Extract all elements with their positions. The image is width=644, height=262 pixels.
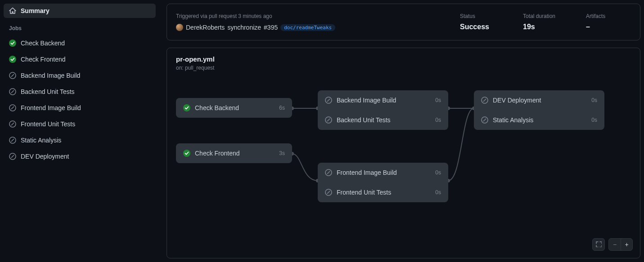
sidebar-job-item[interactable]: Frontend Unit Tests xyxy=(4,116,156,132)
graph-job-row[interactable]: Check Backend 6s xyxy=(176,98,292,118)
graph-job-time: 6s xyxy=(279,105,285,111)
trigger-text: Triggered via pull request 3 minutes ago xyxy=(176,13,442,19)
skipped-icon xyxy=(325,97,332,104)
pr-number[interactable]: #395 xyxy=(264,24,278,31)
sidebar-job-item[interactable]: Frontend Image Build xyxy=(4,100,156,116)
sidebar-job-label: Backend Image Build xyxy=(21,72,80,79)
graph-job-time: 0s xyxy=(435,169,441,176)
duration-value[interactable]: 19s xyxy=(523,23,568,31)
graph-job-label: Static Analysis xyxy=(493,116,587,124)
sidebar-job-item[interactable]: Static Analysis xyxy=(4,132,156,148)
skipped-icon xyxy=(325,169,332,176)
skipped-icon xyxy=(481,97,488,104)
success-icon xyxy=(183,104,190,111)
workflow-subtitle: on: pull_request xyxy=(176,65,631,71)
sidebar-job-item[interactable]: DEV Deployment xyxy=(4,148,156,164)
graph-job-label: Frontend Unit Tests xyxy=(337,189,431,196)
skipped-icon xyxy=(9,104,16,111)
graph-job-row[interactable]: Check Frontend 3s xyxy=(176,143,292,163)
trigger-user[interactable]: DerekRoberts xyxy=(186,24,225,31)
sidebar-job-label: Backend Unit Tests xyxy=(21,88,75,95)
plus-icon: + xyxy=(625,241,628,248)
graph-node[interactable]: Backend Image Build 0s Backend Unit Test… xyxy=(318,90,448,130)
skipped-icon xyxy=(325,116,332,124)
sidebar-job-label: Check Frontend xyxy=(21,56,66,63)
artifacts-value: – xyxy=(586,23,631,31)
zoom-out-button[interactable]: − xyxy=(609,239,621,250)
graph-node[interactable]: Frontend Image Build 0s Frontend Unit Te… xyxy=(318,163,448,202)
fullscreen-button[interactable] xyxy=(592,238,605,251)
skipped-icon xyxy=(9,88,16,95)
workflow-graph[interactable]: Check Backend 6s Check Frontend 3s B xyxy=(167,73,640,258)
sidebar-job-item[interactable]: Backend Image Build xyxy=(4,67,156,84)
zoom-in-button[interactable]: + xyxy=(621,239,632,250)
workflow-graph-card: pr-open.yml on: pull_request xyxy=(167,48,640,258)
graph-job-label: DEV Deployment xyxy=(493,97,587,104)
run-header-card: Triggered via pull request 3 minutes ago… xyxy=(167,4,640,40)
artifacts-label: Artifacts xyxy=(586,13,631,19)
fullscreen-icon xyxy=(595,241,602,249)
home-icon xyxy=(9,7,16,14)
minus-icon: − xyxy=(613,241,617,248)
graph-job-time: 0s xyxy=(435,97,441,103)
skipped-icon xyxy=(9,72,16,79)
success-icon xyxy=(183,150,190,157)
success-icon xyxy=(9,56,16,63)
graph-node[interactable]: Check Frontend 3s xyxy=(176,143,292,163)
graph-job-label: Check Backend xyxy=(195,104,275,111)
zoom-controls: − + xyxy=(592,238,633,251)
skipped-icon xyxy=(9,120,16,128)
sidebar-job-item[interactable]: Check Frontend xyxy=(4,51,156,67)
sidebar-jobs-heading: Jobs xyxy=(4,18,156,35)
graph-job-row[interactable]: Backend Unit Tests 0s xyxy=(318,110,448,130)
duration-label: Total duration xyxy=(523,13,568,19)
main: Triggered via pull request 3 minutes ago… xyxy=(159,0,644,262)
sidebar-job-item[interactable]: Backend Unit Tests xyxy=(4,84,156,100)
status-label: Status xyxy=(460,13,505,19)
graph-job-row[interactable]: Frontend Image Build 0s xyxy=(318,163,448,182)
graph-job-label: Frontend Image Build xyxy=(337,169,431,176)
graph-job-label: Check Frontend xyxy=(195,150,275,157)
status-value: Success xyxy=(460,23,505,31)
graph-job-time: 0s xyxy=(591,97,597,103)
sidebar-job-item[interactable]: Check Backend xyxy=(4,35,156,51)
success-icon xyxy=(9,40,16,47)
graph-job-time: 0s xyxy=(591,117,597,123)
sidebar-summary-label: Summary xyxy=(21,7,50,14)
sidebar-job-label: Check Backend xyxy=(21,40,65,47)
skipped-icon xyxy=(325,189,332,196)
graph-node[interactable]: DEV Deployment 0s Static Analysis 0s xyxy=(474,90,604,130)
sidebar-summary[interactable]: Summary xyxy=(4,4,156,18)
graph-job-label: Backend Image Build xyxy=(337,97,431,104)
trigger-action: synchronize xyxy=(227,24,261,31)
graph-job-row[interactable]: DEV Deployment 0s xyxy=(474,90,604,110)
skipped-icon xyxy=(481,116,488,124)
graph-node[interactable]: Check Backend 6s xyxy=(176,98,292,118)
graph-job-time: 0s xyxy=(435,189,441,195)
skipped-icon xyxy=(9,153,16,160)
sidebar-job-label: DEV Deployment xyxy=(21,153,69,160)
sidebar-job-label: Static Analysis xyxy=(21,137,61,144)
graph-job-time: 3s xyxy=(279,150,285,156)
avatar[interactable] xyxy=(176,24,183,31)
branch-pill[interactable]: doc/readmeTweaks xyxy=(280,24,335,31)
graph-job-row[interactable]: Frontend Unit Tests 0s xyxy=(318,182,448,202)
sidebar: Summary Jobs Check BackendCheck Frontend… xyxy=(0,0,159,262)
graph-job-time: 0s xyxy=(435,117,441,123)
workflow-title: pr-open.yml xyxy=(176,55,631,63)
sidebar-job-label: Frontend Image Build xyxy=(21,104,81,111)
graph-job-label: Backend Unit Tests xyxy=(337,116,431,124)
sidebar-job-label: Frontend Unit Tests xyxy=(21,120,75,128)
graph-job-row[interactable]: Backend Image Build 0s xyxy=(318,90,448,110)
skipped-icon xyxy=(9,137,16,144)
graph-job-row[interactable]: Static Analysis 0s xyxy=(474,110,604,130)
